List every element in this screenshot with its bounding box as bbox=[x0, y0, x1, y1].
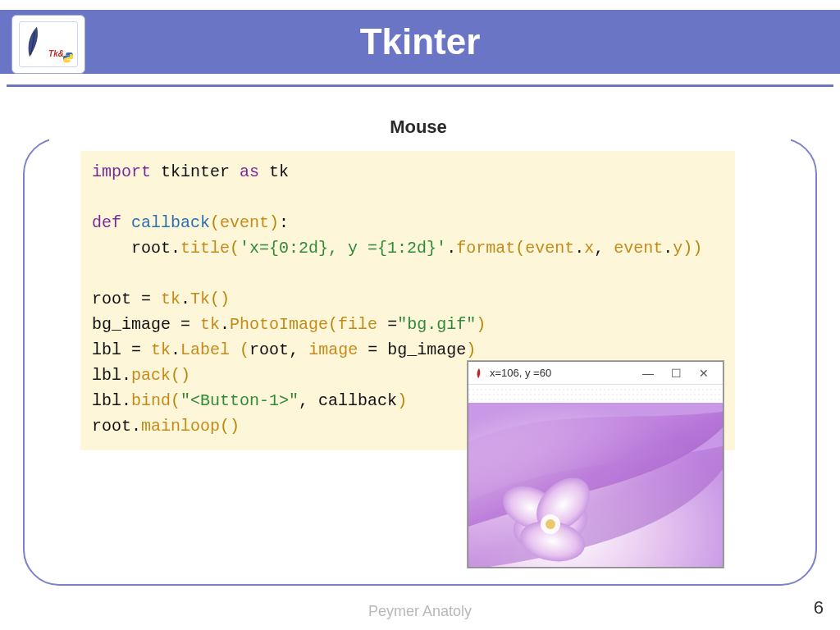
code-token: title bbox=[180, 239, 230, 258]
code-token: root bbox=[131, 239, 171, 258]
code-token: bg_image bbox=[387, 340, 466, 359]
code-token: def bbox=[92, 213, 121, 232]
code-token: 'x={0:2d}, y ={1:2d}' bbox=[240, 239, 446, 258]
code-token: root bbox=[92, 290, 131, 308]
code-token: as bbox=[240, 162, 259, 181]
code-token: x bbox=[584, 239, 594, 258]
code-token: callback bbox=[131, 213, 210, 232]
code-token: event bbox=[614, 239, 663, 258]
tk-app-icon bbox=[473, 368, 485, 379]
subtitle: Mouse bbox=[345, 115, 492, 139]
tkinter-logo: Tk& bbox=[19, 21, 78, 67]
maximize-button[interactable]: ☐ bbox=[662, 365, 690, 381]
code-token: bg_image bbox=[92, 315, 171, 334]
code-token: root bbox=[92, 417, 131, 436]
code-token: callback bbox=[318, 391, 397, 410]
logo-frame: Tk& bbox=[11, 15, 85, 74]
code-token: tk bbox=[269, 162, 289, 181]
accent-line bbox=[7, 84, 833, 87]
header-bar: Tkinter bbox=[0, 10, 840, 74]
python-icon bbox=[62, 52, 74, 63]
tkinter-output-window: x=106, y =60 — ☐ ✕ bbox=[468, 361, 724, 568]
code-token: Tk bbox=[190, 290, 210, 308]
footer-author: Peymer Anatoly bbox=[0, 603, 840, 620]
code-token: bind bbox=[131, 391, 171, 410]
code-token: image bbox=[308, 340, 358, 359]
feather-icon bbox=[21, 24, 46, 60]
titlebar[interactable]: x=106, y =60 — ☐ ✕ bbox=[468, 362, 723, 385]
code-token: pack bbox=[131, 366, 171, 385]
slide-title: Tkinter bbox=[360, 21, 481, 62]
bg-image bbox=[468, 385, 723, 567]
code-token: y bbox=[673, 239, 682, 258]
code-token: tkinter bbox=[161, 162, 230, 181]
code-token: event bbox=[525, 239, 574, 258]
svg-point-11 bbox=[546, 519, 555, 529]
code-token: "<Button-1>" bbox=[180, 391, 299, 410]
code-token: Label bbox=[180, 340, 230, 359]
image-label[interactable] bbox=[468, 385, 723, 567]
code-token: lbl bbox=[92, 340, 121, 359]
code-token: import bbox=[92, 162, 151, 181]
code-token: format bbox=[456, 239, 515, 258]
minimize-button[interactable]: — bbox=[634, 365, 662, 381]
code-token: mainloop bbox=[141, 417, 220, 436]
code-token: PhotoImage bbox=[230, 315, 328, 334]
code-token: "bg.gif" bbox=[397, 315, 476, 334]
page-number: 6 bbox=[814, 597, 824, 619]
code-token: root bbox=[249, 340, 289, 359]
window-title: x=106, y =60 bbox=[490, 367, 634, 379]
close-button[interactable]: ✕ bbox=[690, 365, 718, 381]
code-token: event bbox=[220, 213, 269, 232]
code-token: lbl bbox=[92, 391, 121, 410]
svg-rect-2 bbox=[468, 385, 723, 403]
code-token: file bbox=[338, 315, 377, 334]
code-token: lbl bbox=[92, 366, 121, 385]
slide: Tkinter Tk& Mouse import tkinter as tk d… bbox=[0, 0, 840, 630]
